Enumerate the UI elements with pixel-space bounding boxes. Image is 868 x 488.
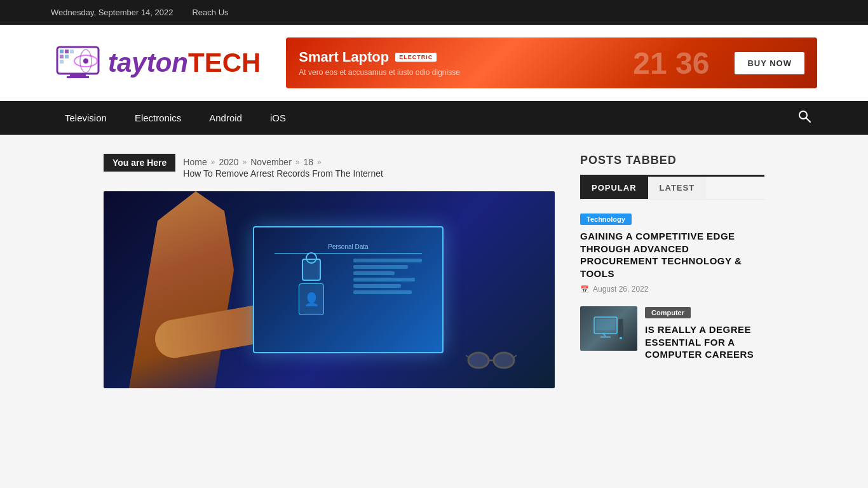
- post-1-date: August 26, 2022: [580, 285, 764, 294]
- reach-us-link[interactable]: Reach Us: [192, 8, 228, 17]
- ad-buy-now-button[interactable]: BUY NOW: [735, 52, 804, 74]
- screen-data-line: [353, 265, 408, 269]
- tab-popular[interactable]: POPULAR: [580, 177, 648, 199]
- nav-links: Television Electronics Android iOS: [51, 101, 300, 135]
- date-display: Wednesday, September 14, 2022: [51, 8, 173, 17]
- svg-rect-5: [60, 55, 64, 58]
- logo-text: taytonTECH: [108, 50, 261, 76]
- svg-rect-3: [60, 50, 64, 53]
- ad-title: Smart Laptop ELECTRIC: [299, 49, 620, 65]
- svg-rect-8: [60, 60, 64, 64]
- screen-data-line: [353, 278, 415, 281]
- svg-point-14: [468, 353, 489, 368]
- breadcrumb-path: Home 2020 November 18: [183, 157, 383, 167]
- screen-data-line: [353, 259, 422, 262]
- you-are-here-label: You are Here: [104, 154, 175, 172]
- sidebar-tabs: POPULAR LATEST: [580, 177, 764, 200]
- screen-right: [353, 259, 422, 337]
- breadcrumb-sep-2: [241, 158, 248, 166]
- svg-line-13: [806, 118, 810, 122]
- ad-subtitle: At vero eos et accusamus et iusto odio d…: [299, 68, 620, 77]
- screen-data-line: [353, 284, 401, 288]
- breadcrumb: You are Here Home 2020 November 18 How T…: [104, 154, 555, 179]
- svg-rect-22: [600, 336, 611, 338]
- svg-point-11: [83, 58, 88, 64]
- post-2-content: Computer IS REALLY A DEGREE ESSENTIAL FO…: [645, 306, 764, 366]
- svg-point-12: [799, 111, 807, 119]
- search-icon[interactable]: [792, 104, 817, 132]
- person-icon: 👤: [299, 283, 324, 315]
- post-2-title[interactable]: IS REALLY A DEGREE ESSENTIAL FOR A COMPU…: [645, 323, 764, 361]
- svg-line-17: [466, 355, 468, 357]
- svg-rect-4: [65, 50, 69, 53]
- breadcrumb-nav: Home 2020 November 18 How To Remove Arre…: [183, 154, 383, 179]
- article-area: You are Here Home 2020 November 18 How T…: [104, 154, 555, 388]
- post-1-category[interactable]: Technology: [580, 214, 632, 225]
- sidebar-post-2: Computer IS REALLY A DEGREE ESSENTIAL FO…: [580, 306, 764, 366]
- logo[interactable]: taytonTECH: [51, 41, 261, 85]
- nav-android[interactable]: Android: [195, 101, 256, 135]
- post-2-thumb-image: [580, 306, 637, 351]
- laptop-screen: Personal Data 👤: [253, 226, 444, 353]
- nav-ios[interactable]: iOS: [256, 101, 300, 135]
- top-bar: Wednesday, September 14, 2022 Reach Us: [0, 0, 868, 25]
- svg-rect-7: [70, 50, 74, 53]
- screen-header: Personal Data: [275, 243, 422, 254]
- ad-banner: Smart Laptop ELECTRIC At vero eos et acc…: [286, 37, 817, 88]
- post-2-category[interactable]: Computer: [645, 307, 691, 318]
- breadcrumb-sep-3: [294, 158, 301, 166]
- svg-line-18: [514, 355, 517, 357]
- svg-rect-23: [618, 319, 623, 338]
- breadcrumb-november[interactable]: November: [250, 157, 292, 167]
- ad-badge: ELECTRIC: [395, 53, 437, 62]
- nav-electronics[interactable]: Electronics: [121, 101, 195, 135]
- svg-rect-2: [67, 76, 89, 78]
- svg-point-24: [620, 337, 622, 339]
- screen-grid: 👤: [275, 259, 422, 337]
- ad-numbers: 21 36: [633, 46, 709, 81]
- screen-left: 👤: [275, 259, 348, 337]
- breadcrumb-2020[interactable]: 2020: [219, 157, 238, 167]
- breadcrumb-sep-1: [210, 158, 217, 166]
- post-2-thumbnail[interactable]: [580, 306, 637, 351]
- nav-television[interactable]: Television: [51, 101, 121, 135]
- logo-stayton: tayton: [108, 48, 188, 78]
- tab-latest[interactable]: LATEST: [648, 177, 707, 199]
- post-1-title[interactable]: GAINING A COMPETITIVE EDGE THROUGH ADVAN…: [580, 230, 764, 280]
- sidebar-post-1: Technology GAINING A COMPETITIVE EDGE TH…: [580, 213, 764, 294]
- screen-data-line: [353, 290, 412, 294]
- screen-data-line: [353, 271, 395, 275]
- lock-icon: [302, 259, 321, 281]
- ad-text-area: Smart Laptop ELECTRIC At vero eos et acc…: [299, 49, 620, 77]
- sidebar: POSTS TABBED POPULAR LATEST Technology G…: [580, 154, 764, 388]
- breadcrumb-18[interactable]: 18: [304, 157, 314, 167]
- header: taytonTECH Smart Laptop ELECTRIC At vero…: [0, 25, 868, 101]
- svg-rect-6: [65, 55, 69, 58]
- breadcrumb-current: How To Remove Arrest Records From The In…: [183, 168, 383, 179]
- article-featured-image: Personal Data 👤: [104, 191, 555, 388]
- svg-rect-20: [596, 319, 615, 330]
- posts-tabbed-title: POSTS TABBED: [580, 154, 764, 167]
- logo-icon: [51, 41, 108, 85]
- breadcrumb-home[interactable]: Home: [183, 157, 207, 167]
- glasses: [466, 348, 517, 376]
- svg-point-15: [494, 353, 514, 368]
- logo-tech: TECH: [188, 48, 261, 78]
- svg-rect-1: [70, 74, 86, 76]
- breadcrumb-sep-4: [316, 158, 323, 166]
- main-nav: Television Electronics Android iOS: [0, 101, 868, 135]
- laptop-screen-content: Personal Data 👤: [268, 237, 428, 343]
- main-content: You are Here Home 2020 November 18 How T…: [53, 135, 815, 407]
